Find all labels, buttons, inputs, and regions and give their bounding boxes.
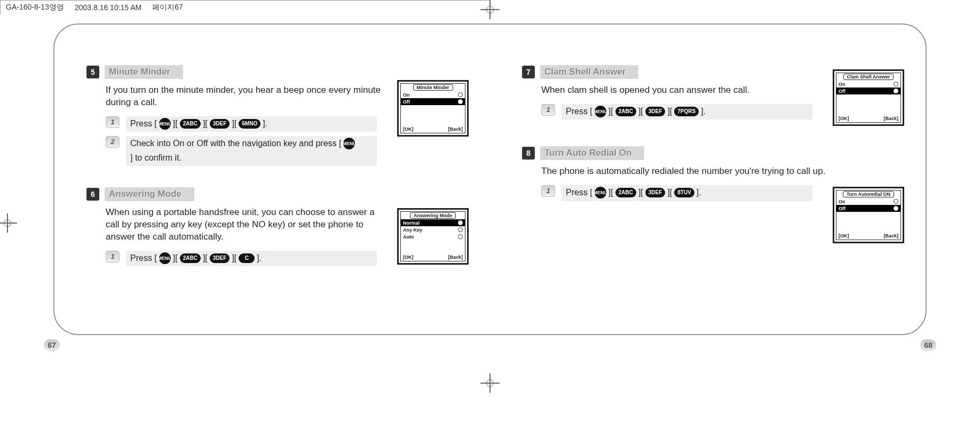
- text: ][: [667, 106, 672, 117]
- section-desc: If you turn on the minute minder, you he…: [106, 84, 383, 109]
- text: ] to confirm it.: [130, 152, 181, 164]
- softkey-ok: [OK]: [403, 126, 414, 132]
- section-title-wrap: Answering Mode: [105, 187, 194, 201]
- key-menu-icon: MENU: [343, 138, 355, 149]
- section-clam-shell-answer: 7 Clam Shell Answer When clam shell is o…: [522, 65, 894, 120]
- key-6mno-icon: 6MNO: [239, 119, 260, 129]
- section-auto-redial: 8 Turn Auto Redial On The phone is autom…: [522, 146, 894, 201]
- step-text: Check into On or Off with the navigation…: [126, 136, 377, 166]
- header-date: 2003.8.16 10:15 AM: [75, 3, 141, 12]
- radio-icon: [894, 82, 898, 86]
- section-minute-minder: 5 Minute Minder If you turn on the minut…: [86, 65, 458, 166]
- phone-screen-clam-shell: Clam Shell Answer On Off [OK][Back]: [833, 69, 904, 126]
- screen-option: On: [839, 199, 845, 204]
- section-desc: When clam shell is opened you can answer…: [541, 84, 819, 97]
- text: ][: [203, 252, 208, 264]
- section-number: 8: [522, 147, 535, 160]
- section-number: 6: [86, 188, 99, 201]
- softkey-back: [Back]: [448, 255, 463, 260]
- key-3def-icon: 3DEF: [210, 253, 230, 263]
- softkey-back: [Back]: [448, 126, 463, 132]
- text: ][: [203, 118, 208, 130]
- key-menu-icon: MENU: [159, 252, 171, 264]
- page-left: 5 Minute Minder If you turn on the minut…: [54, 25, 490, 334]
- key-3def-icon: 3DEF: [210, 119, 230, 129]
- text: ].: [257, 252, 262, 264]
- key-3def-icon: 3DEF: [645, 107, 666, 116]
- section-title: Clam Shell Answer: [544, 67, 626, 77]
- step-text: Press [ MENU ][ 2ABC ][ 3DEF ][ 8TUV ].: [562, 185, 812, 201]
- section-number: 7: [522, 66, 535, 78]
- page-number-right: 68: [920, 339, 936, 351]
- softkey-back: [Back]: [883, 233, 898, 239]
- key-2abc-icon: 2ABC: [180, 119, 201, 129]
- section-title: Turn Auto Redial On: [544, 148, 631, 158]
- phone-screen-answering-mode: Answering Mode Normal Any Key Auto [OK][…: [397, 208, 469, 265]
- section-number: 5: [86, 66, 99, 78]
- screen-title: Minute Minder: [413, 84, 453, 91]
- softkey-back: [Back]: [883, 116, 898, 121]
- screen-title: Answering Mode: [410, 212, 456, 219]
- screen-option: On: [839, 82, 845, 87]
- registration-mark-left: [0, 213, 17, 233]
- section-title-wrap: Minute Minder: [105, 65, 183, 79]
- radio-icon: [458, 227, 463, 232]
- text: ][: [638, 187, 643, 198]
- registration-mark-top: [480, 0, 500, 19]
- screen-option: On: [403, 92, 410, 98]
- key-7pqrs-icon: 7PQRS: [674, 107, 699, 116]
- page-right: 7 Clam Shell Answer When clam shell is o…: [490, 25, 926, 334]
- key-2abc-icon: 2ABC: [615, 107, 636, 116]
- text: Press [: [130, 252, 157, 264]
- section-title: Answering Mode: [109, 189, 181, 199]
- text: ].: [701, 106, 706, 117]
- text: Press [: [566, 106, 592, 117]
- section-title-wrap: Turn Auto Redial On: [540, 146, 644, 160]
- step-number: 1: [106, 251, 120, 263]
- header-file: GA-160-8-13영영: [6, 3, 64, 12]
- screen-option: Off: [839, 206, 845, 211]
- softkey-ok: [OK]: [839, 233, 849, 239]
- text: ].: [697, 187, 701, 198]
- text: ].: [263, 118, 267, 130]
- step-number: 1: [541, 104, 555, 116]
- radio-icon: [458, 234, 463, 239]
- step-number: 2: [106, 136, 120, 148]
- text: ][: [173, 118, 178, 130]
- text: Check into On or Off with the navigation…: [130, 138, 341, 149]
- screen-option: Off: [403, 99, 410, 105]
- section-desc: When using a portable handsfree unit, yo…: [106, 206, 383, 243]
- print-header: GA-160-8-13영영 2003.8.16 10:15 AM 페이지67: [0, 0, 490, 14]
- registration-mark-bottom: [480, 374, 500, 393]
- text: ][: [232, 118, 236, 130]
- section-desc: The phone is automatically redialed the …: [541, 165, 883, 178]
- phone-screen-auto-redial: Turn Autoredial ON On Off [OK][Back]: [833, 187, 904, 243]
- key-c-icon: C: [239, 253, 255, 263]
- radio-checked-icon: [894, 206, 898, 211]
- step-row: 2 Check into On or Off with the navigati…: [106, 136, 458, 166]
- screen-option: Off: [839, 89, 845, 94]
- key-menu-icon: MENU: [595, 187, 606, 198]
- radio-icon: [458, 92, 463, 97]
- text: ][: [173, 252, 178, 264]
- key-menu-icon: MENU: [595, 106, 606, 117]
- softkey-ok: [OK]: [403, 255, 414, 260]
- step-text: Press [ MENU ][ 2ABC ][ 3DEF ][ 7PQRS ].: [562, 104, 812, 120]
- screen-title: Clam Shell Answer: [843, 74, 894, 80]
- section-title-wrap: Clam Shell Answer: [540, 65, 638, 79]
- softkey-ok: [OK]: [839, 116, 849, 121]
- step-text: Press [ MENU ][ 2ABC ][ 3DEF ][ C ].: [126, 251, 377, 266]
- step-number: 1: [106, 116, 120, 128]
- key-2abc-icon: 2ABC: [180, 253, 201, 263]
- section-header: 6 Answering Mode: [86, 187, 458, 201]
- phone-screen-minute-minder: Minute Minder On Off [OK][Back]: [397, 80, 469, 137]
- text: ][: [608, 106, 613, 117]
- step-text: Press [ MENU ][ 2ABC ][ 3DEF ][ 6MNO ].: [126, 116, 377, 132]
- section-title: Minute Minder: [109, 67, 170, 77]
- key-2abc-icon: 2ABC: [615, 188, 636, 197]
- text: ][: [608, 187, 613, 198]
- radio-checked-icon: [458, 220, 463, 225]
- screen-option: Auto: [403, 234, 414, 240]
- section-header: 5 Minute Minder: [86, 65, 458, 79]
- section-header: 8 Turn Auto Redial On: [522, 146, 894, 160]
